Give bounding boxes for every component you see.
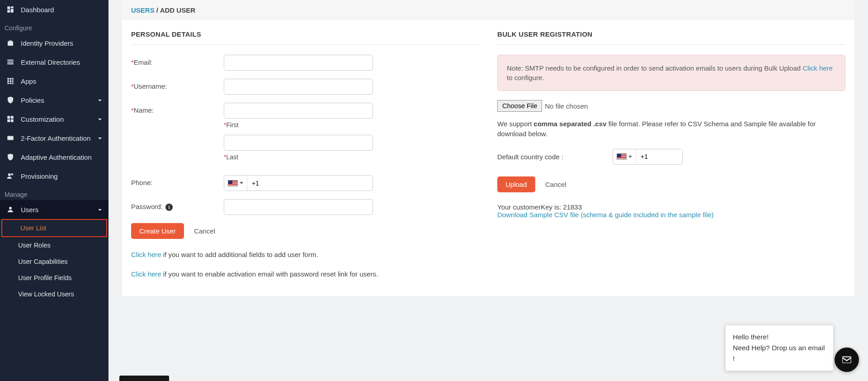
last-name-sublabel: *Last — [224, 153, 479, 161]
phone-label: Phone: — [131, 175, 224, 186]
sidebar-item-external-directories[interactable]: External Directories — [0, 52, 108, 71]
svg-rect-0 — [7, 136, 14, 140]
sidebar-label: 2-Factor Authentication — [21, 134, 90, 142]
list-icon — [6, 58, 14, 66]
upload-button[interactable]: Upload — [497, 176, 535, 192]
svg-point-2 — [11, 173, 14, 176]
flag-us-icon — [228, 180, 238, 186]
sidebar-section-configure: Configure — [0, 19, 108, 33]
sidebar-label: Identity Providers — [21, 39, 73, 47]
info-icon[interactable]: i — [165, 204, 173, 211]
sidebar: Dashboard Configure Identity Providers E… — [0, 0, 108, 381]
username-label: *Username: — [131, 79, 224, 90]
svg-point-1 — [8, 173, 11, 176]
chat-popup: Hello there! Need Help? Drop us an email… — [725, 325, 834, 371]
sidebar-label: Customization — [21, 115, 64, 123]
sidebar-label: Dashboard — [21, 6, 54, 14]
activation-email-link[interactable]: Click here — [131, 270, 161, 278]
smtp-alert: Note: SMTP needs to be configured in ord… — [497, 55, 845, 91]
sidebar-item-adaptive-auth[interactable]: Adaptive Authentication — [0, 148, 108, 167]
flag-us-icon — [617, 153, 627, 160]
country-code-input[interactable] — [636, 149, 683, 164]
content-card: USERS / ADD USER PERSONAL DETAILS *Email… — [122, 0, 854, 296]
briefcase-icon — [6, 39, 14, 47]
chevron-down-icon — [98, 115, 102, 123]
chevron-down-icon — [98, 206, 102, 214]
email-label: *Email: — [131, 55, 224, 66]
users-sync-icon — [6, 172, 14, 180]
sidebar-item-dashboard[interactable]: Dashboard — [0, 0, 108, 19]
shield-gear-icon — [6, 96, 14, 104]
first-name-input[interactable] — [224, 103, 373, 119]
name-label: *Name: — [131, 103, 224, 114]
chat-fab-button[interactable] — [835, 348, 859, 372]
first-name-sublabel: *First — [224, 121, 479, 129]
caret-down-icon — [628, 156, 632, 158]
sidebar-item-users[interactable]: Users — [0, 200, 108, 219]
sidebar-sub-user-roles[interactable]: User Roles — [0, 237, 108, 253]
numeric-icon — [6, 134, 14, 142]
breadcrumb: USERS / ADD USER — [122, 0, 854, 20]
personal-details-column: PERSONAL DETAILS *Email: *Username: *Nam… — [131, 20, 479, 278]
sidebar-item-apps[interactable]: Apps — [0, 71, 108, 90]
chevron-down-icon — [98, 134, 102, 142]
main-content: USERS / ADD USER PERSONAL DETAILS *Email… — [108, 0, 868, 381]
choose-file-button[interactable]: Choose File — [497, 100, 542, 112]
chat-line1: Hello there! — [733, 332, 826, 343]
sidebar-label: Policies — [21, 96, 44, 104]
bulk-title: BULK USER REGISTRATION — [497, 20, 845, 44]
username-input[interactable] — [224, 79, 373, 95]
email-input[interactable] — [224, 55, 373, 71]
csv-support-text: We support comma separated .csv file for… — [497, 119, 845, 139]
breadcrumb-parent[interactable]: USERS — [131, 6, 155, 14]
sidebar-item-2fa[interactable]: 2-Factor Authentication — [0, 129, 108, 148]
user-icon — [6, 205, 14, 214]
phone-country-selector[interactable] — [224, 176, 247, 190]
smtp-config-link[interactable]: Click here — [802, 64, 833, 72]
sidebar-label: Provisioning — [21, 172, 58, 180]
sidebar-item-customization[interactable]: Customization — [0, 110, 108, 129]
mail-icon — [841, 354, 853, 366]
activation-email-hint: Click here if you want to enable activat… — [131, 270, 479, 278]
country-code-label: Default country code : — [497, 153, 613, 161]
last-name-input[interactable] — [224, 135, 373, 151]
sidebar-item-provisioning[interactable]: Provisioning — [0, 167, 108, 186]
sidebar-item-identity-providers[interactable]: Identity Providers — [0, 33, 108, 52]
breadcrumb-sep: / — [155, 6, 160, 14]
chevron-down-icon — [98, 96, 102, 104]
sidebar-label: External Directories — [21, 58, 80, 66]
add-fields-link[interactable]: Click here — [131, 251, 161, 258]
breadcrumb-current: ADD USER — [160, 6, 195, 14]
password-input[interactable] — [224, 199, 373, 215]
bulk-cancel-button[interactable]: Cancel — [537, 176, 575, 192]
tooltip-marker — [119, 376, 169, 381]
shield-check-icon — [6, 153, 14, 161]
password-label: Password:i — [131, 199, 224, 211]
file-status: No file chosen — [545, 102, 588, 110]
sidebar-item-policies[interactable]: Policies — [0, 90, 108, 110]
sidebar-label: Apps — [21, 77, 36, 85]
bulk-country-selector[interactable] — [613, 149, 636, 164]
sidebar-section-manage: Manage — [0, 186, 108, 200]
add-fields-hint: Click here if you want to add additional… — [131, 251, 479, 258]
download-sample-link[interactable]: Download Sample CSV file (schema & guide… — [497, 211, 714, 219]
grid-icon — [6, 77, 14, 85]
chat-line2: Need Help? Drop us an email ! — [733, 343, 826, 364]
bulk-registration-column: BULK USER REGISTRATION Note: SMTP needs … — [497, 20, 845, 278]
create-user-button[interactable]: Create User — [131, 223, 184, 239]
sidebar-sub-user-profile-fields[interactable]: User Profile Fields — [0, 270, 108, 286]
dashboard-icon — [6, 5, 14, 14]
cancel-button[interactable]: Cancel — [186, 223, 223, 239]
svg-point-3 — [9, 207, 12, 210]
sidebar-label: Users — [21, 206, 38, 214]
widgets-icon — [6, 115, 14, 123]
customer-key-row: Your customerKey is: 21833 — [497, 203, 845, 211]
sidebar-sub-view-locked-users[interactable]: View Locked Users — [0, 286, 108, 302]
caret-down-icon — [240, 182, 243, 184]
customer-key-value: 21833 — [563, 203, 582, 211]
sidebar-sub-user-capabilities[interactable]: User Capabilities — [0, 253, 108, 270]
phone-input[interactable] — [247, 176, 373, 190]
sidebar-label: Adaptive Authentication — [21, 153, 92, 161]
sidebar-sub-user-list[interactable]: User List — [1, 219, 107, 237]
personal-details-title: PERSONAL DETAILS — [131, 20, 479, 44]
